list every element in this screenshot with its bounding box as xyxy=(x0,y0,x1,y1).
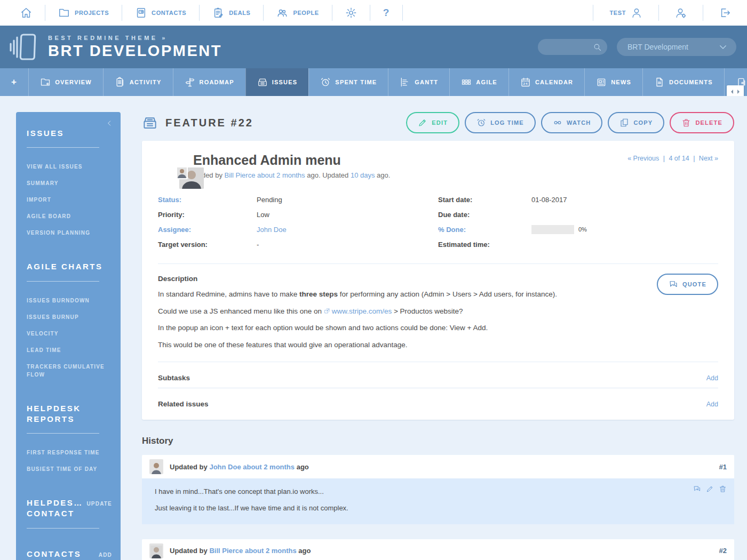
comment-paragraph: I have in mind...That's one concept that… xyxy=(155,487,721,497)
edit-button[interactable]: EDIT xyxy=(406,112,459,133)
sidebar-item-busiest-time-of-day[interactable]: BUSIEST TIME OF DAY xyxy=(16,461,121,477)
history-author-link[interactable]: John Doe about 2 months xyxy=(209,463,295,471)
add-tab-button[interactable]: + xyxy=(0,68,28,96)
subtasks-heading: Subtasks xyxy=(158,374,190,382)
search-icon xyxy=(593,43,602,52)
project-selector-value: BRT Development xyxy=(627,43,688,51)
nav-people[interactable]: PEOPLE xyxy=(264,5,332,21)
avatar-john-doe xyxy=(149,459,163,474)
sidebar-section-agile-charts: AGILE CHARTS xyxy=(16,261,121,272)
overview-folder-icon xyxy=(40,77,51,87)
user-menu[interactable]: TEST xyxy=(593,5,658,21)
sidebar-item-import[interactable]: IMPORT xyxy=(16,191,121,208)
assignee-value-link[interactable]: John Doe xyxy=(257,226,287,234)
tab-news[interactable]: NEWS xyxy=(584,68,642,96)
edit-comment-icon[interactable] xyxy=(706,485,714,493)
related-issues-add-link[interactable]: Add xyxy=(706,401,718,408)
project-selector[interactable]: BRT Development xyxy=(617,38,736,56)
comment-paragraph: Just leaving it to the last...If we have… xyxy=(155,503,721,514)
glasses-icon xyxy=(553,118,562,127)
user-label: TEST xyxy=(609,10,626,16)
pagination-position: 4 of 14 xyxy=(669,155,689,162)
pencil-icon xyxy=(418,118,427,127)
sidebar-section-title: HELPDES… CONTACT xyxy=(27,498,86,519)
tab-roadmap[interactable]: ROADMAP xyxy=(173,68,245,96)
sidebar-section-title: CONTACTS xyxy=(27,549,99,559)
progress-bar xyxy=(531,225,574,234)
history-entry: Updated by John Doe about 2 months ago #… xyxy=(142,455,734,524)
divider xyxy=(158,362,718,362)
subtasks-row: Subtasks Add xyxy=(158,374,718,388)
admin-user-button[interactable] xyxy=(658,5,703,21)
log-time-button[interactable]: LOG TIME xyxy=(465,112,536,133)
sidebar-item-lead-time[interactable]: LEAD TIME xyxy=(16,342,121,358)
copy-button[interactable]: COPY xyxy=(608,112,664,133)
description-paragraph: Could we use a JS enhanced menu like thi… xyxy=(158,306,718,317)
contacts-book-icon xyxy=(135,7,147,19)
tab-gantt[interactable]: GANTT xyxy=(388,68,449,96)
sidebar-item-trackers-cumulative-flow[interactable]: TRACKERS CUMULATIVE FLOW xyxy=(16,358,121,383)
previous-link[interactable]: « Previous xyxy=(627,155,659,162)
tab-calendar[interactable]: 24 CALENDAR xyxy=(508,68,584,96)
sidebar-item-first-response-time[interactable]: FIRST RESPONSE TIME xyxy=(16,444,121,461)
gear-icon xyxy=(345,7,357,19)
nav-deals[interactable]: DEALS xyxy=(200,5,264,21)
quote-comment-icon[interactable] xyxy=(693,485,701,493)
quote-button[interactable]: QUOTE xyxy=(657,274,718,295)
tab-spent-time[interactable]: SPENT TIME xyxy=(308,68,388,96)
watch-button[interactable]: WATCH xyxy=(541,112,603,133)
delete-comment-icon[interactable] xyxy=(719,485,727,493)
divider xyxy=(27,147,99,148)
percent-done-label-link[interactable]: % Done: xyxy=(438,226,531,234)
sidebar-item-issues-burnup[interactable]: ISSUES BURNUP xyxy=(16,309,121,325)
sidebar-section-issues: ISSUES xyxy=(16,128,121,139)
sidebar-collapse-icon[interactable] xyxy=(106,119,113,127)
sidebar-item-issues-burndown[interactable]: ISSUES BURNDOWN xyxy=(16,292,121,309)
issue-updated-link[interactable]: 10 days xyxy=(351,171,375,179)
sidebar-section-contacts: CONTACTS ADD xyxy=(16,549,121,559)
sidebar-item-version-planning[interactable]: VERSION PLANNING xyxy=(16,225,121,241)
tab-agile[interactable]: AGILE xyxy=(449,68,508,96)
related-issues-heading: Related issues xyxy=(158,400,209,408)
attr-target-version: Target version: - xyxy=(158,237,438,252)
help-button[interactable]: ? xyxy=(370,5,403,21)
history-author-link[interactable]: Bill Pierce about 2 months xyxy=(209,547,296,555)
description-heading: Description xyxy=(158,275,718,283)
description-paragraph: In standard Redmine, admins have to make… xyxy=(158,289,718,300)
tab-scroll-right-arrow[interactable] xyxy=(737,90,740,94)
issue-author-link[interactable]: Bill Pierce about 2 months xyxy=(225,171,305,179)
issue-attributes: Status: Pending Priority: Low Assignee: … xyxy=(158,192,718,252)
tab-issues[interactable]: ISSUES xyxy=(245,68,309,96)
projects-folder-icon xyxy=(58,7,70,19)
tab-documents[interactable]: DOCUMENTS xyxy=(642,68,724,96)
trash-icon xyxy=(681,118,691,127)
search-box[interactable] xyxy=(538,39,607,55)
description-paragraph: This would be one of these features that… xyxy=(158,340,718,350)
search-input[interactable] xyxy=(545,43,593,51)
tab-activity[interactable]: ACTIVITY xyxy=(103,68,173,96)
contacts-add-link[interactable]: ADD xyxy=(99,552,112,558)
delete-button[interactable]: DELETE xyxy=(670,112,734,133)
sidebar-section-title: AGILE CHARTS xyxy=(27,261,112,272)
tab-overview[interactable]: OVERVIEW xyxy=(28,68,103,96)
settings-button[interactable] xyxy=(332,5,370,21)
sidebar-item-view-all-issues[interactable]: VIEW ALL ISSUES xyxy=(16,158,121,175)
stripe-link[interactable]: www.stripe.com/es xyxy=(332,307,392,315)
logout-button[interactable] xyxy=(703,5,747,21)
status-label-link[interactable]: Status: xyxy=(158,196,257,204)
nav-contacts[interactable]: CONTACTS xyxy=(122,5,200,21)
helpdesk-contact-update-link[interactable]: UPDATE xyxy=(86,501,112,507)
assignee-label-link[interactable]: Assignee: xyxy=(158,226,257,234)
gantt-chart-icon xyxy=(400,77,410,87)
logout-icon xyxy=(719,7,731,19)
nav-projects[interactable]: PROJECTS xyxy=(45,5,122,21)
home-button[interactable] xyxy=(7,5,45,21)
sidebar-item-agile-board[interactable]: AGILE BOARD xyxy=(16,208,121,225)
sidebar-item-summary[interactable]: SUMMARY xyxy=(16,175,121,191)
history-entry-head: Updated by Bill Pierce about 2 months ag… xyxy=(142,539,734,560)
next-link[interactable]: Next » xyxy=(699,155,718,162)
activity-clipboard-icon xyxy=(115,77,125,87)
tab-scroll-left-arrow[interactable] xyxy=(731,90,733,94)
subtasks-add-link[interactable]: Add xyxy=(706,374,718,382)
sidebar-item-velocity[interactable]: VELOCITY xyxy=(16,325,121,342)
